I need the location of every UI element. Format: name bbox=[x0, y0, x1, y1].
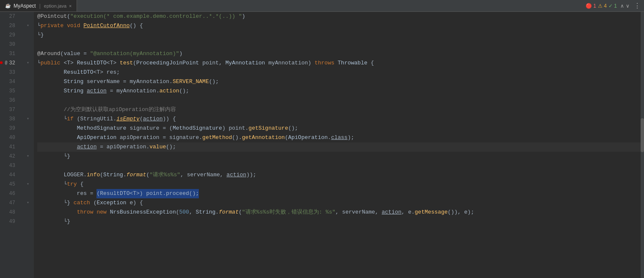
gutter-47[interactable]: ▾ bbox=[22, 198, 34, 208]
tab-myaspect[interactable]: ☕ MyAspect | eption.java × bbox=[0, 0, 77, 11]
gutter-42[interactable]: ▾ bbox=[22, 152, 34, 161]
code-line-28: └private void PointCutofAnno() { bbox=[37, 21, 644, 31]
line-num-33: 33 bbox=[0, 68, 19, 77]
line-num-30: 30 bbox=[0, 40, 19, 49]
tab-label: MyAspect bbox=[14, 3, 36, 9]
line-num-35: 35 bbox=[0, 86, 19, 96]
gutter-38[interactable]: ▾ bbox=[22, 114, 34, 124]
gutter-44 bbox=[22, 170, 34, 180]
tab-separator: | bbox=[39, 3, 41, 9]
scrollbar-thumb[interactable] bbox=[641, 118, 644, 152]
gutter-31 bbox=[22, 49, 34, 58]
line-num-29: 29 bbox=[0, 31, 19, 40]
line-num-48: 48 bbox=[0, 208, 19, 217]
code-gutter: ▾ ▾ ▾ ▾ ▾ ▾ bbox=[22, 12, 34, 278]
vertical-scrollbar[interactable] bbox=[641, 12, 644, 278]
code-line-33: ResultDTO<T> res; bbox=[37, 68, 644, 77]
gutter-37 bbox=[22, 105, 34, 114]
gutter-29 bbox=[22, 31, 34, 40]
gutter-34 bbox=[22, 77, 34, 86]
line-num-31: 31 bbox=[0, 49, 19, 58]
code-line-34: String serverName = myAnnotation.SERVER_… bbox=[37, 77, 644, 86]
warning-count: ⚠ 4 bbox=[598, 3, 607, 9]
nav-down-button[interactable]: ∨ bbox=[626, 3, 630, 9]
gutter-28[interactable]: ▾ bbox=[22, 21, 34, 31]
code-line-36 bbox=[37, 96, 644, 105]
code-content[interactable]: @Pointcut("execution(* com.example.demo.… bbox=[34, 12, 644, 278]
gutter-32[interactable]: ▾ bbox=[22, 58, 34, 68]
code-line-31: @Around(value = "@annotation(myAnnotatio… bbox=[37, 49, 644, 58]
more-button[interactable]: ⋮ bbox=[634, 2, 641, 10]
tab-filename: eption.java bbox=[44, 3, 66, 8]
gutter-48 bbox=[22, 208, 34, 217]
code-line-32: └public <T> ResultDTO<T> test(Proceeding… bbox=[37, 58, 644, 68]
line-num-28: 28 bbox=[0, 21, 19, 31]
gutter-41 bbox=[22, 142, 34, 152]
code-line-45: └try { bbox=[37, 180, 644, 189]
tab-icon: ☕ bbox=[5, 3, 11, 8]
line-num-41: 41 bbox=[0, 142, 19, 152]
nav-up-button[interactable]: ∧ bbox=[620, 3, 624, 9]
code-line-47: └} catch (Exception e) { bbox=[37, 198, 644, 208]
tab-bar: ☕ MyAspect | eption.java × 🔴 1 ⚠ 4 ✓ 1 ∧… bbox=[0, 0, 644, 12]
code-line-49: └} bbox=[37, 217, 644, 226]
editor-container: ☕ MyAspect | eption.java × 🔴 1 ⚠ 4 ✓ 1 ∧… bbox=[0, 0, 644, 278]
line-num-37: 37 bbox=[0, 105, 19, 114]
tab-list: ☕ MyAspect | eption.java × bbox=[0, 0, 77, 11]
line-num-43: 43 bbox=[0, 161, 19, 170]
gutter-35 bbox=[22, 86, 34, 96]
line-num-27: 27 bbox=[0, 12, 19, 21]
line-numbers: 27 28 29 30 31 ⏺ @ 32 33 34 35 36 37 bbox=[0, 12, 22, 278]
ok-count: ✓ 1 bbox=[608, 3, 617, 9]
line-num-49: 49 bbox=[0, 217, 19, 226]
code-line-41: action = apiOperation.value(); bbox=[37, 142, 644, 152]
gutter-36 bbox=[22, 96, 34, 105]
tab-close-button[interactable]: × bbox=[69, 3, 72, 8]
gutter-33 bbox=[22, 68, 34, 77]
gutter-27 bbox=[22, 12, 34, 21]
line-num-47: 47 bbox=[0, 198, 19, 208]
line-num-32: ⏺ @ 32 bbox=[0, 58, 19, 68]
line-num-44: 44 bbox=[0, 170, 19, 180]
code-line-43 bbox=[37, 161, 644, 170]
line-num-46: 46 bbox=[0, 189, 19, 198]
line-num-36: 36 bbox=[0, 96, 19, 105]
line-num-42: 42 bbox=[0, 152, 19, 161]
code-line-42: └} bbox=[37, 152, 644, 161]
gutter-43 bbox=[22, 161, 34, 170]
gutter-40 bbox=[22, 133, 34, 142]
code-line-35: String action = myAnnotation.action(); bbox=[37, 86, 644, 96]
gutter-39 bbox=[22, 124, 34, 133]
line-num-38: 38 bbox=[0, 114, 19, 124]
gutter-45[interactable]: ▾ bbox=[22, 180, 34, 189]
gutter-30 bbox=[22, 40, 34, 49]
code-line-40: ApiOperation apiOperation = signature.ge… bbox=[37, 133, 644, 142]
code-line-46: res = (ResultDTO<T>) point.proceed(); bbox=[37, 189, 644, 198]
error-count: 🔴 1 bbox=[586, 3, 596, 9]
top-right-indicators: 🔴 1 ⚠ 4 ✓ 1 ∧ ∨ ⋮ bbox=[586, 2, 641, 10]
code-line-38: └if (StringUtil.isEmpty(action)) { bbox=[37, 114, 644, 124]
gutter-49 bbox=[22, 217, 34, 226]
gutter-46 bbox=[22, 189, 34, 198]
code-line-48: throw new NrsBusinessException(500, Stri… bbox=[37, 208, 644, 217]
line-num-45: 45 bbox=[0, 180, 19, 189]
code-line-29: └} bbox=[37, 31, 644, 40]
code-area: 27 28 29 30 31 ⏺ @ 32 33 34 35 36 37 bbox=[0, 12, 644, 278]
code-line-39: MethodSignature signature = (MethodSigna… bbox=[37, 124, 644, 133]
line-num-39: 39 bbox=[0, 124, 19, 133]
code-line-44: LOGGER.info(String.format("请求%s%s", serv… bbox=[37, 170, 644, 180]
code-line-37: //为空则默认获取apiOperation的注解内容 bbox=[37, 105, 644, 114]
line-num-34: 34 bbox=[0, 77, 19, 86]
line-num-40: 40 bbox=[0, 133, 19, 142]
code-line-27: @Pointcut("execution(* com.example.demo.… bbox=[37, 12, 644, 21]
code-line-30 bbox=[37, 40, 644, 49]
